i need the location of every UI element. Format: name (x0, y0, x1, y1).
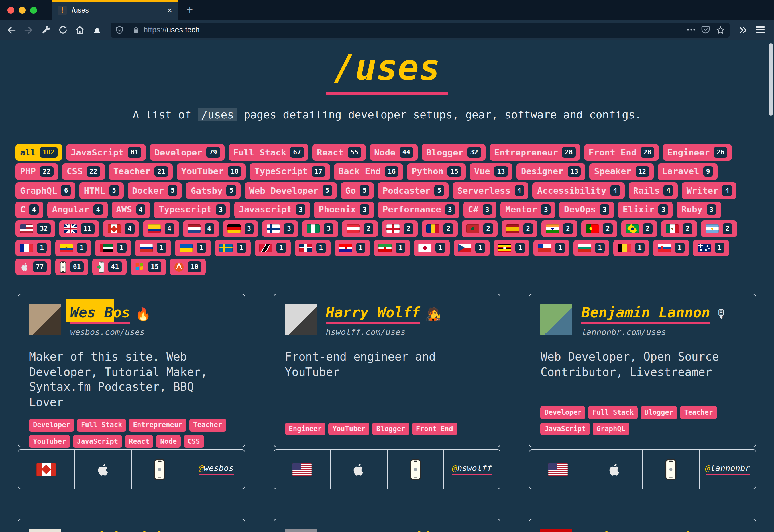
filter-tag-engineer[interactable]: Engineer26 (663, 144, 732, 161)
filter-tag-flag-fi[interactable]: 3 (262, 220, 298, 237)
filter-tag-node[interactable]: Node44 (369, 144, 418, 161)
profile-link[interactable]: Kent C. Dodds (326, 529, 437, 532)
filter-tag-all[interactable]: all102 (15, 144, 62, 161)
filter-tag-mobile-arrow[interactable]: 41 (92, 259, 126, 275)
filter-tag-javascript[interactable]: Javascript3 (234, 201, 310, 218)
filter-tag-flag-au[interactable]: 1 (693, 240, 729, 256)
filter-tag-flag-cl[interactable]: 1 (534, 240, 569, 256)
filter-tag-flag-ir[interactable]: 1 (374, 240, 410, 256)
filter-tag-web-developer[interactable]: Web Developer5 (245, 182, 337, 199)
filter-tag-flag-cz[interactable]: 1 (454, 240, 490, 256)
filter-tag-accessibility[interactable]: Accessibility4 (533, 182, 625, 199)
filter-tag-rails[interactable]: Rails4 (629, 182, 678, 199)
filter-tag-back-end[interactable]: Back End16 (334, 163, 403, 180)
twitter-handle-link[interactable]: @hswolff (452, 464, 492, 475)
profile-link[interactable]: Wes Bos (70, 304, 130, 324)
filter-tag-typescript[interactable]: TypeScript17 (250, 163, 330, 180)
filter-tag-go[interactable]: Go5 (340, 182, 374, 199)
filter-tag-html[interactable]: HTML5 (79, 182, 124, 199)
filter-tag-flag-hr[interactable]: 1 (334, 240, 370, 256)
filter-tag-flag-mx[interactable]: 2 (661, 220, 697, 237)
filter-tag-elixir[interactable]: Elixir3 (618, 201, 673, 218)
filter-tag-writer[interactable]: Writer4 (682, 182, 737, 199)
profile-link[interactable]: Andrew McCombe (582, 529, 702, 532)
filter-tag-speaker[interactable]: Speaker12 (590, 163, 654, 180)
filter-tag-flag-england[interactable]: 2 (382, 220, 418, 237)
filter-tag-flag-se[interactable]: 1 (214, 240, 250, 256)
filter-tag-iphone[interactable]: 61 (55, 259, 88, 275)
zoom-window-button[interactable] (30, 7, 37, 13)
filter-tag-devops[interactable]: DevOps3 (560, 201, 614, 218)
filter-tag-windows[interactable]: 15 (130, 259, 166, 275)
menu-hamburger-icon[interactable] (752, 22, 768, 37)
filter-tag-flag-bg[interactable]: 1 (573, 240, 609, 256)
browser-tab[interactable]: ! /uses × (52, 0, 178, 20)
filter-tag-c[interactable]: C#3 (464, 201, 497, 218)
filter-tag-flag-fr[interactable]: 1 (15, 240, 51, 256)
filter-tag-ruby[interactable]: Ruby3 (677, 201, 721, 218)
home-button[interactable] (72, 22, 88, 37)
filter-tag-typescript[interactable]: Typescript3 (154, 201, 230, 218)
filter-tag-aws[interactable]: AWS4 (111, 201, 150, 218)
page-actions-dots-icon[interactable] (687, 28, 695, 31)
filter-tag-flag-at[interactable]: 2 (342, 220, 378, 237)
filter-tag-flag-ar[interactable]: 2 (701, 220, 737, 237)
new-tab-button[interactable]: + (178, 0, 201, 20)
filter-tag-podcaster[interactable]: Podcaster5 (378, 182, 449, 199)
filter-tag-apple[interactable]: 77 (15, 259, 51, 275)
filter-tag-flag-ng[interactable]: 3 (302, 220, 338, 237)
bookmark-star-icon[interactable] (716, 25, 725, 34)
filter-tag-flag-de[interactable]: 3 (222, 220, 258, 237)
overflow-chevrons-icon[interactable] (735, 22, 751, 37)
filter-tag-flag-gb[interactable]: 11 (59, 220, 99, 237)
twitter-handle-link[interactable]: @wesbos (199, 464, 234, 475)
filter-tag-performance[interactable]: Performance3 (378, 201, 460, 218)
filter-tag-flag-es[interactable]: 2 (502, 220, 538, 237)
filter-tag-react[interactable]: React55 (312, 144, 365, 161)
filter-tag-phoenix[interactable]: Phoenix3 (314, 201, 374, 218)
filter-tag-python[interactable]: Python15 (407, 163, 466, 180)
filter-tag-flag-sk[interactable]: 1 (653, 240, 689, 256)
filter-tag-gatsby[interactable]: Gatsby5 (186, 182, 241, 199)
scrollbar-thumb[interactable] (769, 43, 773, 116)
filter-tag-flag-us[interactable]: 32 (15, 220, 55, 237)
filter-tag-flag-ru[interactable]: 1 (135, 240, 171, 256)
filter-tag-developer[interactable]: Developer79 (150, 144, 224, 161)
filter-tag-designer[interactable]: Designer13 (516, 163, 586, 180)
filter-tag-flag-tt[interactable]: 1 (254, 240, 290, 256)
filter-tag-full-stack[interactable]: Full Stack67 (228, 144, 308, 161)
filter-tag-front-end[interactable]: Front End28 (584, 144, 659, 161)
filter-tag-flag-ma[interactable]: 2 (462, 220, 498, 237)
filter-tag-flag-be[interactable]: 1 (613, 240, 649, 256)
back-button[interactable] (3, 22, 19, 37)
filter-tag-youtuber[interactable]: YouTuber18 (177, 163, 246, 180)
filter-tag-flag-do[interactable]: 1 (294, 240, 330, 256)
filter-tag-php[interactable]: PHP22 (15, 163, 58, 180)
filter-tag-flag-in[interactable]: 2 (542, 220, 577, 237)
filter-tag-flag-ae[interactable]: 1 (95, 240, 131, 256)
pocket-icon[interactable] (701, 26, 710, 34)
filter-tag-graphql[interactable]: GraphQL6 (15, 182, 75, 199)
close-window-button[interactable] (7, 7, 14, 13)
filter-tag-javascript[interactable]: JavaScript81 (66, 144, 146, 161)
filter-tag-css[interactable]: CSS22 (62, 163, 105, 180)
profile-link[interactable]: Josiah Wiebe (70, 529, 173, 532)
filter-tag-teacher[interactable]: Teacher21 (109, 163, 172, 180)
forward-button[interactable] (21, 22, 36, 37)
filter-tag-flag-ec[interactable]: 1 (55, 240, 91, 256)
filter-tag-c[interactable]: C4 (15, 201, 44, 218)
filter-tag-flag-ua[interactable]: 1 (175, 240, 211, 256)
filter-tag-entrepreneur[interactable]: Entrepreneur28 (490, 144, 580, 161)
filter-tag-flag-br[interactable]: 2 (621, 220, 657, 237)
url-bar[interactable]: https://uses.tech (111, 22, 730, 37)
filter-tag-flag-ro[interactable]: 2 (422, 220, 458, 237)
filter-tag-angular[interactable]: Angular4 (48, 201, 108, 218)
tab-close-icon[interactable]: × (165, 5, 174, 15)
filter-tag-laravel[interactable]: Laravel9 (657, 163, 718, 180)
filter-tag-vue[interactable]: Vue13 (470, 163, 513, 180)
wrench-icon-button[interactable] (38, 22, 54, 37)
filter-tag-flag-pt[interactable]: 2 (581, 220, 617, 237)
filter-tag-blogger[interactable]: Blogger32 (422, 144, 485, 161)
lock-icon[interactable] (132, 26, 140, 34)
filter-tag-flag-nl[interactable]: 4 (183, 220, 218, 237)
